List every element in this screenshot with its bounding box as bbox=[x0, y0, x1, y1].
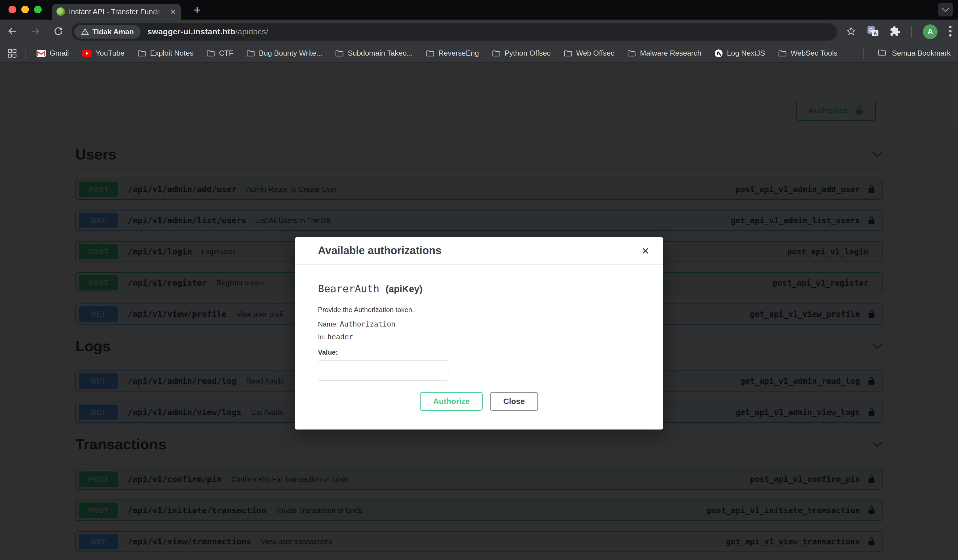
bookmarks-separator bbox=[863, 48, 864, 59]
security-label: Tidak Aman bbox=[92, 27, 134, 36]
all-bookmarks-label[interactable]: Semua Bookmark bbox=[892, 49, 951, 57]
folder-icon bbox=[627, 50, 636, 57]
authorization-modal: Available authorizations BearerAuth (api… bbox=[295, 237, 663, 430]
tab-title: Instant API - Transfer Funds W bbox=[69, 7, 167, 16]
macos-close-button[interactable] bbox=[8, 6, 16, 13]
folder-icon bbox=[564, 50, 572, 57]
macos-minimize-button[interactable] bbox=[21, 6, 29, 13]
bookmark-item[interactable]: WebSec Tools bbox=[778, 49, 837, 57]
bookmark-label: Gmail bbox=[50, 49, 69, 57]
bookmark-item[interactable]: Web Offsec bbox=[564, 49, 615, 57]
bookmark-label: Web Offsec bbox=[576, 49, 615, 57]
folder-icon bbox=[426, 50, 435, 57]
modal-close-icon[interactable] bbox=[639, 245, 652, 257]
folder-icon bbox=[138, 50, 146, 57]
bookmark-item[interactable]: Log NextJS bbox=[714, 49, 765, 57]
auth-name-row: Name: Authorization bbox=[318, 320, 640, 328]
macos-maximize-button[interactable] bbox=[34, 6, 42, 13]
bookmark-label: Log NextJS bbox=[727, 49, 765, 57]
folder-icon bbox=[878, 49, 886, 58]
browser-toolbar: Tidak Aman swagger-ui.instant.htb/apidoc… bbox=[0, 19, 958, 44]
youtube-icon bbox=[82, 50, 92, 57]
new-tab-button[interactable]: + bbox=[189, 2, 205, 17]
swagger-page: Authorize UsersPOST/api/v1/admin/add/use… bbox=[0, 63, 958, 560]
browser-window: Instant API - Transfer Funds W + bbox=[0, 0, 958, 560]
folder-icon bbox=[778, 50, 787, 57]
swagger-favicon-icon bbox=[56, 7, 65, 16]
folder-icon bbox=[335, 50, 344, 57]
modal-close-button[interactable]: Close bbox=[490, 392, 538, 411]
value-label: Value: bbox=[318, 348, 640, 356]
token-value-input[interactable] bbox=[318, 360, 448, 381]
bookmarks-bar: GmailYouTubeExploit NotesCTFBug Bounty W… bbox=[0, 44, 958, 63]
address-bar[interactable]: Tidak Aman swagger-ui.instant.htb/apidoc… bbox=[71, 23, 837, 41]
bookmark-label: Malware Research bbox=[640, 49, 701, 57]
auth-description: Provide the Authorization token. bbox=[318, 306, 640, 314]
bookmark-item[interactable]: Exploit Notes bbox=[138, 49, 194, 57]
auth-scheme-name: BearerAuth (apiKey) bbox=[318, 283, 640, 295]
translate-icon[interactable]: GA bbox=[867, 25, 879, 38]
bookmarks-separator bbox=[25, 48, 26, 59]
bookmark-item[interactable]: Gmail bbox=[36, 49, 69, 57]
bookmark-label: YouTube bbox=[95, 49, 124, 57]
toolbar-separator bbox=[911, 26, 912, 37]
auth-in-row: In: header bbox=[318, 333, 640, 341]
folder-icon bbox=[206, 50, 215, 57]
bookmark-label: Exploit Notes bbox=[150, 49, 194, 57]
url-text: swagger-ui.instant.htb/apidocs/ bbox=[148, 27, 268, 36]
warning-icon bbox=[81, 28, 89, 36]
browser-tab[interactable]: Instant API - Transfer Funds W bbox=[52, 4, 181, 19]
extensions-puzzle-icon[interactable] bbox=[890, 26, 901, 38]
modal-authorize-button[interactable]: Authorize bbox=[420, 392, 483, 411]
bookmark-label: ReverseEng bbox=[438, 49, 479, 57]
reload-button[interactable] bbox=[53, 26, 63, 37]
bookmark-label: Python Offsec bbox=[504, 49, 551, 57]
folder-icon bbox=[492, 50, 501, 57]
gmail-icon bbox=[36, 50, 46, 57]
tab-search-button[interactable] bbox=[938, 3, 953, 16]
security-warning-chip[interactable]: Tidak Aman bbox=[74, 25, 141, 38]
bookmark-item[interactable]: Malware Research bbox=[627, 49, 701, 57]
bookmark-item[interactable]: YouTube bbox=[82, 49, 124, 57]
apps-grid-icon[interactable] bbox=[7, 49, 17, 58]
bookmark-item[interactable]: Subdomain Takeo... bbox=[335, 49, 412, 57]
folder-icon bbox=[246, 50, 255, 57]
bookmark-item[interactable]: Python Offsec bbox=[492, 49, 551, 57]
back-button[interactable] bbox=[7, 26, 17, 38]
profile-avatar[interactable]: A bbox=[923, 24, 937, 39]
bookmark-label: Bug Bounty Write... bbox=[259, 49, 322, 57]
bookmark-item[interactable]: CTF bbox=[206, 49, 233, 57]
tab-close-icon[interactable] bbox=[170, 8, 176, 15]
bookmark-item[interactable]: Bug Bounty Write... bbox=[246, 49, 322, 57]
nextjs-icon bbox=[714, 49, 723, 57]
bookmark-label: WebSec Tools bbox=[791, 49, 837, 57]
modal-title: Available authorizations bbox=[318, 244, 442, 257]
svg-text:A: A bbox=[874, 31, 877, 36]
bookmark-label: CTF bbox=[219, 49, 233, 57]
browser-menu-icon[interactable] bbox=[948, 25, 952, 38]
forward-button[interactable] bbox=[30, 26, 41, 38]
bookmark-label: Subdomain Takeo... bbox=[348, 49, 412, 57]
macos-window-controls bbox=[8, 6, 42, 13]
bookmark-item[interactable]: ReverseEng bbox=[426, 49, 479, 57]
bookmark-star-icon[interactable] bbox=[846, 26, 856, 37]
tab-strip: Instant API - Transfer Funds W + bbox=[0, 0, 958, 19]
